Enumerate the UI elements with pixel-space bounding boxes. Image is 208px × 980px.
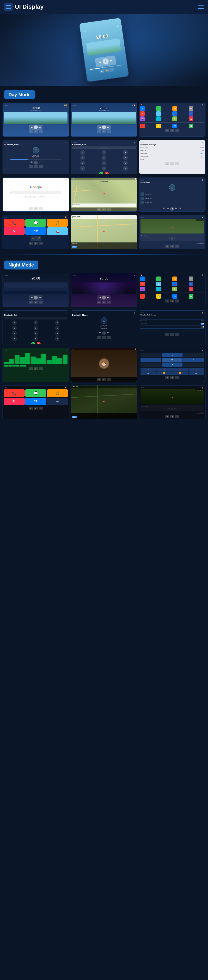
nav-ok-btn[interactable]: OK xyxy=(162,358,183,362)
dial-7[interactable]: 7 xyxy=(80,161,85,165)
night-prev-1[interactable]: ⏮ xyxy=(31,297,33,299)
social-next[interactable]: ⏭ xyxy=(175,207,177,211)
cp-podcast[interactable]: 🎙 xyxy=(4,228,25,235)
night-app-settings[interactable]: ⚙ xyxy=(189,277,193,281)
night-bt-nav-3[interactable]: ⚙ xyxy=(107,336,111,339)
night-app-phone[interactable]: 📞 xyxy=(140,294,145,299)
night-app-msg[interactable]: 💬 xyxy=(156,294,161,299)
cp-phone[interactable]: 📞 xyxy=(4,219,25,227)
nav-media-2[interactable]: ⏪ xyxy=(156,371,172,375)
night-nav-nav-1[interactable]: 📶 xyxy=(165,376,169,379)
menu-button[interactable] xyxy=(198,5,204,9)
dial-0[interactable]: 0 xyxy=(102,166,106,171)
app-bt[interactable]: 🔵 xyxy=(189,111,193,116)
bt-nav-3[interactable]: ⚙ xyxy=(39,165,43,169)
eq-preset-5[interactable]: Jazz xyxy=(20,365,23,366)
nav-act-1[interactable]: ⊕ xyxy=(140,368,156,371)
nav-act-4[interactable]: ☰ xyxy=(189,368,204,371)
day-next-2[interactable]: ⏭ xyxy=(107,126,109,128)
night-app-telegram[interactable]: ✈ xyxy=(140,277,145,281)
night-app-camera[interactable]: 📷 xyxy=(140,287,145,291)
night-prev-2[interactable]: ⏮ xyxy=(99,297,101,299)
night-app-music[interactable]: 🎵 xyxy=(156,277,161,281)
night-app-nav-2[interactable]: 📶 xyxy=(170,299,174,302)
app-camera[interactable]: 📷 xyxy=(140,116,145,121)
auto-answer-toggle[interactable] xyxy=(200,153,204,154)
google-search-btn[interactable]: Google Search xyxy=(25,196,35,198)
bt-play[interactable]: ⏸ xyxy=(34,161,38,165)
night-bt-nav-1[interactable]: 📞 xyxy=(97,336,101,339)
night-next-2[interactable]: ⏭ xyxy=(107,297,109,299)
night-nav-nav-2[interactable]: 📶 xyxy=(170,376,174,379)
nav-dot-3a[interactable]: 📧 xyxy=(165,129,169,132)
nav-up-btn[interactable]: ▲ xyxy=(162,353,183,357)
night-cp-podcast[interactable]: 🎙 xyxy=(4,398,25,405)
night-dial-2[interactable]: 2 xyxy=(33,320,38,325)
night-dial-6[interactable]: 6 xyxy=(55,326,60,330)
google-nav-1[interactable]: 📧 xyxy=(29,207,33,210)
np-next[interactable]: ⏭ xyxy=(175,237,176,240)
nav-right-btn[interactable]: ► xyxy=(183,358,204,362)
night-cp-nav-2[interactable]: 📶 xyxy=(34,407,38,410)
nav-email-1[interactable]: 📧 xyxy=(29,130,33,133)
night-endcall-btn[interactable]: ✕ xyxy=(37,342,41,344)
social-next2[interactable]: ⏭ xyxy=(179,207,181,211)
np-nav-1[interactable]: 📶 xyxy=(165,245,169,248)
google-search-box[interactable] xyxy=(10,191,61,194)
app-photos[interactable]: 🖼 xyxy=(172,106,177,111)
app-browser[interactable]: 🌐 xyxy=(156,116,161,121)
bt-prev[interactable]: ⏮ xyxy=(31,161,33,165)
night-np-nav-2[interactable]: 📶 xyxy=(170,415,174,418)
nav-left-btn[interactable]: ◄ xyxy=(140,358,161,362)
nav-act-2[interactable]: ⊖ xyxy=(156,368,172,371)
night-play-1[interactable]: ⏸ xyxy=(34,296,38,299)
bt-next[interactable]: ⏭ xyxy=(39,161,41,165)
night-cp-music[interactable]: 🎵 xyxy=(47,389,68,397)
night-app-podcast[interactable]: 🎙 xyxy=(172,287,177,291)
app-weather[interactable]: ☁ xyxy=(156,111,161,116)
night-dial-5[interactable]: 5 xyxy=(33,326,38,330)
endcall-btn[interactable]: ✕ xyxy=(105,172,109,174)
nav-media-3[interactable]: ⏩ xyxy=(172,371,188,375)
app-news[interactable]: 📰 xyxy=(189,124,193,128)
night-photo-nav-2[interactable]: 📶 xyxy=(102,378,106,381)
night-nav-2c[interactable]: 🚗 xyxy=(107,301,111,304)
night-photo-nav-3[interactable]: 🚗 xyxy=(107,378,111,381)
dial-hash[interactable]: # xyxy=(123,166,128,171)
night-nav-1c[interactable]: 🚗 xyxy=(39,301,43,304)
bt-nav-1[interactable]: 📞 xyxy=(29,165,33,169)
night-app-car[interactable]: 🚗 xyxy=(172,282,177,286)
dial-4[interactable]: 4 xyxy=(80,155,85,160)
nav-media-4[interactable]: ⏭ xyxy=(189,371,204,375)
eq-preset-6[interactable]: Bass xyxy=(23,365,26,366)
night-bt-play[interactable]: ⏸ xyxy=(102,331,106,335)
nav-media-1[interactable]: ⏮ xyxy=(140,371,156,375)
nav-signal-2[interactable]: 📶 xyxy=(102,130,106,133)
auto-connect-toggle[interactable] xyxy=(200,156,204,158)
app-settings[interactable]: ⚙ xyxy=(189,106,193,111)
night-app-weather[interactable]: ☁ xyxy=(156,282,161,286)
night-set-nav-3[interactable]: ⚙ xyxy=(175,333,179,336)
cp-dock-siri[interactable]: 🎤 xyxy=(36,236,41,241)
cp-waze[interactable]: 🚗 xyxy=(47,228,68,235)
day-prev-1[interactable]: ⏮ xyxy=(31,126,33,128)
night-auto-connect-toggle[interactable] xyxy=(200,326,204,328)
eq-preset-3[interactable]: Pop xyxy=(13,365,16,366)
night-app-nav-3[interactable]: 🚗 xyxy=(175,299,179,302)
cp-music[interactable]: 🎵 xyxy=(47,219,68,227)
nav-dot-3b[interactable]: 📶 xyxy=(170,129,174,132)
dial-8[interactable]: 8 xyxy=(102,161,106,165)
cp-dock-home[interactable]: ⌂ xyxy=(31,236,36,241)
night-np-prev[interactable]: ⏮ xyxy=(168,407,170,410)
google-lucky-btn[interactable]: I'm Feeling Lucky xyxy=(36,196,46,198)
dial-3[interactable]: 3 xyxy=(123,150,128,155)
nav-signal-1[interactable]: 📶 xyxy=(34,130,38,133)
night-cp-nav-3[interactable]: 🚗 xyxy=(39,407,43,410)
social-prev[interactable]: ⏮ xyxy=(164,207,165,211)
eq-nav-1[interactable]: 📧 xyxy=(29,368,33,371)
play-button[interactable]: ⏸ xyxy=(102,58,109,65)
night-set-nav-2[interactable]: 🎵 xyxy=(170,333,174,336)
eq-preset-1[interactable]: Normal xyxy=(4,365,8,366)
night-bt-prev[interactable]: ⏮ xyxy=(99,331,101,335)
nav-go-btn[interactable]: GO xyxy=(72,246,77,248)
